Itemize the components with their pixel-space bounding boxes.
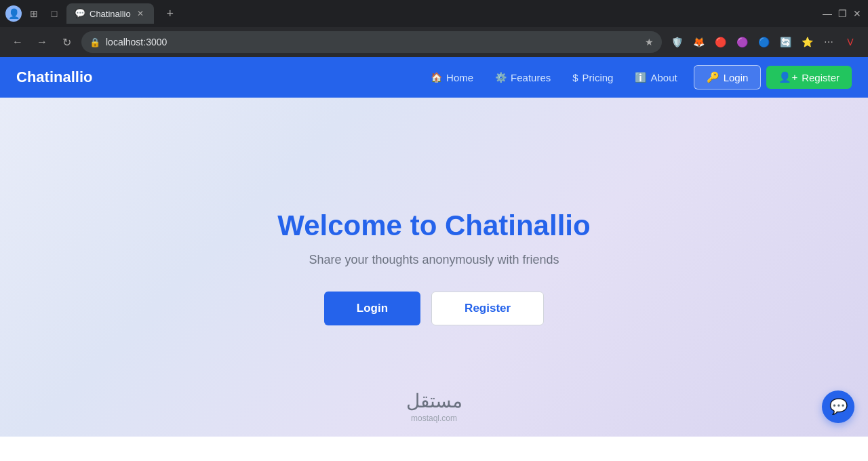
home-icon: 🏠 — [431, 72, 442, 83]
maximize-button[interactable]: ❐ — [837, 8, 848, 19]
security-icon: 🔒 — [90, 37, 100, 47]
extension-icon-3[interactable]: 🟣 — [732, 33, 751, 52]
features-icon: ⚙️ — [495, 72, 507, 83]
register-nav-label: Register — [802, 72, 840, 83]
new-tab-button[interactable]: + — [161, 4, 180, 23]
back-button[interactable]: ← — [8, 33, 27, 52]
nav-features[interactable]: ⚙️ Features — [486, 66, 560, 89]
nav-pricing-label: Pricing — [583, 72, 614, 83]
profile-icon[interactable]: 👤 — [5, 5, 22, 22]
watermark: مستقل mostaql.com — [406, 390, 462, 423]
sync-icon[interactable]: 🔄 — [776, 33, 795, 52]
chat-fab-button[interactable]: 💬 — [822, 390, 854, 423]
nav-features-label: Features — [511, 72, 551, 83]
hero-buttons: Login Register — [324, 292, 544, 325]
extension-icon-1[interactable]: 🦊 — [689, 33, 708, 52]
tab-ext-button[interactable]: □ — [46, 5, 62, 22]
navbar: Chatinallio 🏠 Home ⚙️ Features $ Pricing… — [0, 57, 868, 98]
login-nav-button[interactable]: 🔑 Login — [694, 65, 762, 89]
login-nav-label: Login — [724, 72, 749, 83]
app-wrapper: Chatinallio 🏠 Home ⚙️ Features $ Pricing… — [0, 57, 868, 437]
minimize-button[interactable]: — — [822, 8, 833, 19]
url-bar[interactable]: 🔒 localhost:3000 ★ — [81, 31, 662, 53]
hero-title: Welcome to Chatinallio — [277, 209, 590, 242]
nav-pricing[interactable]: $ Pricing — [563, 66, 623, 89]
tab-title: Chatinallio — [90, 9, 131, 19]
active-tab[interactable]: 💬 Chatinallio ✕ — [66, 3, 154, 24]
hero-subtitle: Share your thoughts anonymously with fri… — [309, 253, 559, 267]
brand-name: Chatinallio — [16, 68, 421, 86]
watermark-text: mostaql.com — [406, 414, 462, 423]
extension-icon-4[interactable]: 🔵 — [754, 33, 773, 52]
pricing-icon: $ — [572, 72, 578, 83]
close-button[interactable]: ✕ — [852, 8, 863, 19]
tab-favicon: 💬 — [75, 8, 85, 19]
nav-about[interactable]: ℹ️ About — [625, 66, 686, 89]
hero-login-button[interactable]: Login — [324, 292, 420, 325]
favorites-icon[interactable]: ⭐ — [797, 33, 816, 52]
refresh-button[interactable]: ↻ — [57, 33, 76, 52]
forward-button[interactable]: → — [33, 33, 52, 52]
hero-register-button[interactable]: Register — [431, 292, 544, 325]
toolbar-icons: 🛡️ 🦊 🔴 🟣 🔵 🔄 ⭐ ⋯ V — [667, 33, 860, 52]
tab-grid-button[interactable]: ⊞ — [26, 5, 42, 22]
register-nav-button[interactable]: 👤+ Register — [766, 66, 852, 89]
register-icon: 👤+ — [778, 71, 797, 83]
nav-home[interactable]: 🏠 Home — [421, 66, 483, 89]
vivaldi-icon[interactable]: V — [841, 33, 860, 52]
shield-icon[interactable]: 🛡️ — [667, 33, 686, 52]
tab-close-button[interactable]: ✕ — [135, 8, 146, 19]
extension-icon-2[interactable]: 🔴 — [711, 33, 730, 52]
nav-about-label: About — [650, 72, 677, 83]
more-button[interactable]: ⋯ — [819, 33, 838, 52]
browser-tab-bar: 👤 ⊞ □ 💬 Chatinallio ✕ + — ❐ ✕ — [0, 0, 868, 27]
url-text: localhost:3000 — [106, 37, 639, 47]
chat-fab-icon: 💬 — [829, 398, 848, 416]
nav-links: 🏠 Home ⚙️ Features $ Pricing ℹ️ About — [421, 66, 687, 89]
hero-section: Welcome to Chatinallio Share your though… — [0, 98, 868, 437]
bookmark-icon[interactable]: ★ — [645, 37, 654, 47]
address-bar: ← → ↻ 🔒 localhost:3000 ★ 🛡️ 🦊 🔴 🟣 🔵 🔄 ⭐ … — [0, 27, 868, 57]
login-icon: 🔑 — [707, 71, 719, 83]
nav-home-label: Home — [446, 72, 473, 83]
about-icon: ℹ️ — [635, 72, 646, 83]
watermark-logo: مستقل — [406, 390, 462, 412]
